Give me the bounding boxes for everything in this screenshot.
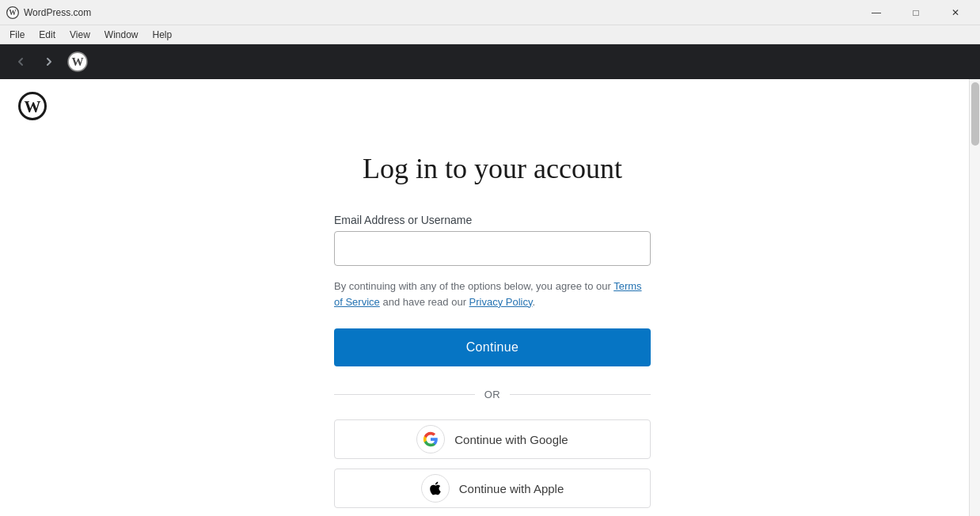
google-btn-label: Continue with Google <box>454 433 568 446</box>
title-bar-left: W WordPress.com <box>6 6 91 19</box>
menu-bar: File Edit View Window Help <box>0 25 980 44</box>
terms-text: By continuing with any of the options be… <box>334 279 651 309</box>
apple-icon-circle <box>421 474 450 503</box>
apple-login-button[interactable]: Continue with Apple <box>334 469 651 508</box>
divider-left <box>334 394 475 395</box>
close-button[interactable]: ✕ <box>937 0 974 25</box>
menu-edit[interactable]: Edit <box>32 28 62 42</box>
title-bar: W WordPress.com — □ ✕ <box>0 0 980 25</box>
minimize-button[interactable]: — <box>858 0 895 25</box>
or-divider: OR <box>334 389 651 400</box>
menu-view[interactable]: View <box>63 28 97 42</box>
login-form-container: Log in to your account Email Address or … <box>16 120 969 516</box>
email-form-group: Email Address or Username <box>334 214 651 266</box>
menu-window[interactable]: Window <box>98 28 145 42</box>
google-icon <box>423 431 439 447</box>
svg-text:W: W <box>9 9 17 17</box>
browser-toolbar: W <box>0 44 980 79</box>
svg-text:W: W <box>71 55 83 68</box>
google-login-button[interactable]: Continue with Google <box>334 419 651 459</box>
wp-favicon-icon: W <box>6 6 19 19</box>
title-bar-text: WordPress.com <box>24 7 91 18</box>
svg-text:W: W <box>25 97 41 116</box>
page-wp-logo: W <box>16 92 49 120</box>
scrollbar[interactable] <box>969 79 980 516</box>
page-content: W Log in to your account Email Address o… <box>0 79 969 516</box>
divider-right <box>510 394 651 395</box>
title-bar-controls: — □ ✕ <box>858 0 974 25</box>
or-label: OR <box>484 389 501 400</box>
apple-icon <box>427 480 443 496</box>
menu-help[interactable]: Help <box>146 28 179 42</box>
page-area: W Log in to your account Email Address o… <box>0 79 980 516</box>
back-button[interactable] <box>9 51 32 73</box>
terms-prefix: By continuing with any of the options be… <box>334 280 611 292</box>
page-wp-logo-icon: W <box>18 92 47 120</box>
google-icon-circle <box>416 425 445 453</box>
apple-btn-label: Continue with Apple <box>459 482 564 495</box>
privacy-policy-link[interactable]: Privacy Policy <box>469 296 533 308</box>
scrollbar-thumb[interactable] <box>971 82 979 146</box>
menu-file[interactable]: File <box>3 28 31 42</box>
forward-button[interactable] <box>38 51 60 73</box>
wp-toolbar-icon: W <box>67 51 88 72</box>
terms-middle-text: and have read our <box>382 296 466 308</box>
continue-button[interactable]: Continue <box>334 328 651 366</box>
email-input[interactable] <box>334 231 651 266</box>
maximize-button[interactable]: □ <box>898 0 934 25</box>
toolbar-wp-logo: W <box>66 51 89 73</box>
terms-suffix: . <box>533 296 536 308</box>
email-label: Email Address or Username <box>334 214 651 226</box>
login-title: Log in to your account <box>363 152 622 185</box>
